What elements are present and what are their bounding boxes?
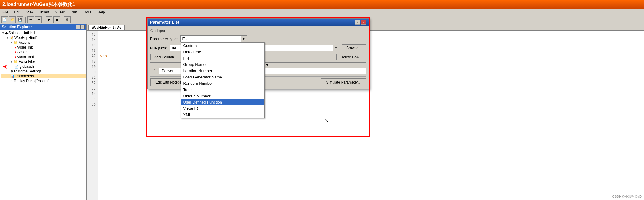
param-type-row: Parameter type: File ▼ Custom Date/Time … xyxy=(150,35,366,42)
simulate-parameter-button[interactable]: Simulate Parameter... xyxy=(321,78,366,86)
dropdown-item-iterationnumber[interactable]: Iteration Number xyxy=(181,68,264,74)
toolbar-separator-1 xyxy=(25,17,26,23)
tree-arrow-actions: ▼ xyxy=(10,41,13,44)
dropdown-item-randomnumber[interactable]: Random Number xyxy=(181,80,264,87)
toolbar-open-btn[interactable]: 📂 xyxy=(9,16,16,23)
dropdown-item-uniquenumber[interactable]: Unique Number xyxy=(181,93,264,99)
tree-item-vuser-end[interactable]: ● vuser_end xyxy=(1,54,86,59)
dropdown-item-vuserid[interactable]: Vuser ID xyxy=(181,105,264,112)
table-cell-num: 1 xyxy=(150,68,159,74)
tree-label-action: Action xyxy=(17,50,27,54)
vuser-init-icon: ● xyxy=(14,46,17,49)
tree-label-parameters: Parameters xyxy=(15,74,34,78)
menu-insert[interactable]: Insert xyxy=(39,10,50,15)
add-column-button[interactable]: Add Column... xyxy=(150,54,181,60)
dropdown-item-custom[interactable]: Custom xyxy=(181,43,264,49)
tree-label-vuser-end: vuser_end xyxy=(17,55,34,59)
depart-icon: ⊕ xyxy=(150,28,154,33)
tree-item-webhttphtml1[interactable]: ▼ 📝 WebHttpHtml1 xyxy=(1,35,86,40)
replay-runs-icon: ✓ xyxy=(10,79,13,83)
tree-label-solution: Solution Untitled xyxy=(8,31,35,35)
globals-icon: 📄 xyxy=(14,65,19,69)
param-type-combo[interactable]: File ▼ Custom Date/Time File Group Name … xyxy=(180,35,247,42)
editor-tab-active[interactable]: WebHttpHtml1 : Ac xyxy=(88,25,125,30)
tree-label-globals: globals.h xyxy=(20,64,34,69)
tree-label-runtime-settings: Runtime Settings xyxy=(14,69,41,73)
toolbar-separator-3 xyxy=(62,17,62,23)
watermark: CSDN@小透明OvO xyxy=(612,194,642,199)
toolbar-new-btn[interactable]: 📄 xyxy=(1,16,8,23)
actions-folder-icon: 📁 xyxy=(14,41,18,45)
tree-label-vuser-init: vuser_init xyxy=(17,45,33,49)
dropdown-item-xml[interactable]: XML xyxy=(181,112,264,118)
table-header-num xyxy=(150,63,159,68)
dropdown-item-loadgeneratorname[interactable]: Load Generator Name xyxy=(181,74,264,80)
tree-arrow-solution: ▼ xyxy=(2,31,5,34)
toolbar-settings-btn[interactable]: ⚙ xyxy=(64,16,71,23)
dropdown-item-datetime[interactable]: Date/Time xyxy=(181,49,264,55)
file-path-arrow-btn[interactable]: ▼ xyxy=(333,45,339,51)
dialog-title-bar: Parameter List ? × xyxy=(148,19,369,26)
vuser-end-icon: ● xyxy=(14,55,17,59)
dialog-close-btn[interactable]: × xyxy=(361,20,366,25)
dropdown-item-table[interactable]: Table xyxy=(181,87,264,93)
depart-row: ⊕ depart xyxy=(150,28,366,33)
tree-arrow-extra-files: ▼ xyxy=(10,60,13,63)
menu-file[interactable]: File xyxy=(1,10,9,15)
dialog-controls: ? × xyxy=(355,20,366,25)
panel-header-buttons: − × xyxy=(76,25,85,29)
solution-icon: ◆ xyxy=(5,31,8,35)
toolbar-stop-btn[interactable]: ⏹ xyxy=(53,16,60,23)
toolbar-save-btn[interactable]: 💾 xyxy=(17,16,23,23)
tree-item-extra-files[interactable]: ▼ 📁 Extra Files xyxy=(1,59,86,64)
tree-item-runtime-settings[interactable]: ⚙ Runtime Settings xyxy=(1,69,86,74)
toolbar-undo-btn[interactable]: ↩ xyxy=(27,16,34,23)
menu-tools[interactable]: Tools xyxy=(82,10,93,15)
tree-arrow-webhttphtml1: ▼ xyxy=(6,36,9,39)
delete-row-button[interactable]: Delete Row... xyxy=(336,54,366,60)
tree-item-actions[interactable]: ▼ 📁 Actions xyxy=(1,40,86,45)
tree-area: ▼ ◆ Solution Untitled ▼ 📝 WebHttpHtml1 ▼… xyxy=(0,30,86,200)
param-type-label: Parameter type: xyxy=(150,37,178,41)
depart-label: depart xyxy=(155,28,167,33)
menu-edit[interactable]: Edit xyxy=(13,10,22,15)
toolbar-redo-btn[interactable]: ↪ xyxy=(35,16,42,23)
webhttphtml1-icon: 📝 xyxy=(9,36,14,40)
dropdown-item-userdefinedfn[interactable]: User Defined Function xyxy=(181,99,264,105)
menu-vuser[interactable]: Vuser xyxy=(54,10,66,15)
tree-item-solution[interactable]: ▼ ◆ Solution Untitled xyxy=(1,31,86,35)
tree-label-webhttphtml1: WebHttpHtml1 xyxy=(14,36,38,40)
tree-item-replay-runs[interactable]: ✓ Replay Runs [Passed] xyxy=(1,78,86,83)
action-icon: ● xyxy=(14,50,17,54)
app-area: File Edit View Insert Vuser Run Tools He… xyxy=(0,9,644,200)
tree-item-vuser-init[interactable]: ● vuser_init xyxy=(1,45,86,50)
menu-run[interactable]: Run xyxy=(69,10,78,15)
tree-label-actions: Actions xyxy=(19,40,30,45)
tree-item-action[interactable]: ● Action xyxy=(1,50,86,54)
file-path-label: File path: xyxy=(150,46,167,50)
dialog-help-btn[interactable]: ? xyxy=(355,20,360,25)
extra-files-icon: 📁 xyxy=(14,60,18,64)
toolbar-separator-2 xyxy=(44,17,44,23)
panel-close-btn[interactable]: × xyxy=(80,25,85,29)
toolbar-run-btn[interactable]: ▶ xyxy=(46,16,52,23)
tree-item-globals[interactable]: 📄 globals.h xyxy=(1,64,86,69)
combo-arrow-btn[interactable]: ▼ xyxy=(241,36,247,42)
page-title: 2.loadrunner-VuGen脚本参数化1 xyxy=(2,1,75,8)
menu-view[interactable]: View xyxy=(25,10,35,15)
parameter-list-dialog: Parameter List ? × ⊕ depart Parameter ty… xyxy=(147,18,369,89)
solution-explorer-panel: Solution Explorer − × ▼ ◆ Solution Untit… xyxy=(0,24,87,200)
menu-help[interactable]: Help xyxy=(96,10,106,15)
tree-label-extra-files: Extra Files xyxy=(19,60,36,64)
line-numbers: 43 44 45 46 47 48 49 50 51 52 53 54 55 5… xyxy=(87,31,98,200)
solution-explorer-title: Solution Explorer xyxy=(2,25,32,29)
param-type-dropdown[interactable]: Custom Date/Time File Group Name Iterati… xyxy=(181,42,265,118)
dropdown-item-groupname[interactable]: Group Name xyxy=(181,61,264,68)
browse-button[interactable]: Browse... xyxy=(342,44,366,51)
dropdown-item-file[interactable]: File xyxy=(181,55,264,61)
panel-pin-btn[interactable]: − xyxy=(76,25,80,29)
tree-item-parameters[interactable]: 📊 Parameters xyxy=(1,74,86,78)
title-bar: 2.loadrunner-VuGen脚本参数化1 xyxy=(0,0,644,9)
tree-label-replay-runs: Replay Runs [Passed] xyxy=(14,79,50,83)
combo-value: File xyxy=(181,37,241,41)
